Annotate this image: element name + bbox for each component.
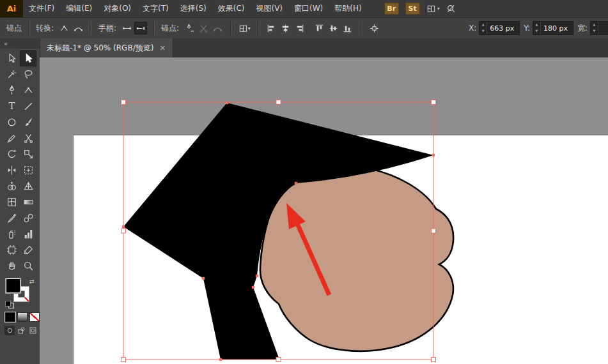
draw-inside-button[interactable] (27, 326, 38, 335)
vertical-align-middle-button[interactable] (327, 22, 339, 34)
type-tool[interactable] (3, 98, 20, 114)
x-position-field[interactable]: X: ▲▼663 px (469, 21, 520, 35)
mesh-tool[interactable] (3, 194, 20, 210)
free-transform-tool[interactable] (20, 162, 36, 178)
hand-tool[interactable] (3, 258, 20, 274)
document-tab[interactable]: 未标题-1* @ 50% (RGB/预览) × (40, 38, 173, 57)
column-graph-tool[interactable] (20, 226, 36, 242)
horizontal-align-right-button[interactable] (293, 22, 306, 34)
vertical-align-bottom-button[interactable] (341, 22, 354, 34)
selection-handle[interactable] (121, 100, 126, 105)
gradient-tool[interactable] (20, 194, 36, 210)
pen-tool[interactable] (3, 82, 20, 98)
ellipse-tool[interactable] (3, 114, 20, 130)
vertical-align-top-button[interactable] (313, 22, 325, 34)
selection-handle[interactable] (276, 358, 281, 362)
convert-label: 转换: (36, 23, 54, 34)
width-tool[interactable] (3, 162, 20, 178)
menu-item[interactable]: 对象(O) (98, 0, 137, 17)
panel-collapse-button[interactable]: « (0, 38, 40, 49)
convert-to-corner-button[interactable] (58, 22, 70, 34)
y-label: Y: (524, 24, 530, 33)
magic-wand-tool[interactable] (3, 66, 20, 82)
width-value[interactable] (598, 22, 608, 34)
gradient-color-button[interactable] (17, 312, 27, 322)
selection-handle[interactable] (432, 100, 436, 105)
chevron-down-icon: ▾ (437, 6, 440, 11)
arrange-documents-button[interactable]: ▾ (426, 4, 440, 13)
head-shape[interactable] (260, 167, 453, 351)
y-value[interactable]: 180 px (541, 22, 573, 34)
slice-tool[interactable] (20, 242, 36, 258)
selection-handle[interactable] (121, 358, 126, 362)
horizontal-align-left-button[interactable] (265, 22, 277, 34)
convert-icons (58, 22, 84, 34)
menu-item[interactable]: 编辑(E) (60, 0, 98, 17)
selection-handle[interactable] (432, 358, 436, 362)
isolate-mode-dropdown[interactable]: ▾ (238, 22, 251, 34)
perspective-grid-tool[interactable] (20, 178, 36, 194)
anchors-label: 锚点: (161, 23, 179, 34)
convert-to-smooth-button[interactable] (72, 22, 84, 34)
show-handles-button[interactable] (120, 22, 133, 34)
x-spin-buttons[interactable]: ▲▼ (479, 22, 487, 34)
scissors-tool[interactable] (20, 130, 36, 146)
tab-close-button[interactable]: × (159, 43, 166, 52)
selection-handle[interactable] (276, 100, 281, 105)
x-label: X: (469, 24, 476, 33)
scale-tool[interactable] (20, 146, 36, 162)
rotate-tool[interactable] (3, 146, 20, 162)
y-position-field[interactable]: Y: ▲▼180 px (524, 21, 573, 35)
menu-item[interactable]: 文字(T) (137, 0, 175, 17)
menubar-right: BrSt▾ (384, 3, 456, 15)
paintbrush-tool[interactable] (20, 114, 36, 130)
x-value[interactable]: 663 px (487, 22, 519, 34)
remove-anchor-button[interactable] (183, 22, 196, 34)
artboard-tool[interactable] (3, 242, 20, 258)
anchor-point-tool[interactable] (20, 82, 36, 98)
none-color-button[interactable] (29, 312, 40, 322)
zoom-tool[interactable] (20, 258, 36, 274)
control-title: 锚点 (6, 23, 22, 34)
width-field[interactable]: 宽: ▲▼ (577, 21, 608, 35)
line-segment-tool[interactable] (20, 98, 36, 114)
menu-item[interactable]: 窗口(W) (288, 0, 329, 17)
selection-handle[interactable] (432, 229, 436, 233)
horizontal-align-center-button[interactable] (279, 22, 292, 34)
width-spin-buttons[interactable]: ▲▼ (591, 22, 598, 34)
menu-item[interactable]: 文件(F) (23, 0, 60, 17)
connect-path-button[interactable] (211, 22, 224, 34)
pencil-tool[interactable] (3, 130, 20, 146)
canvas-area[interactable] (40, 57, 608, 364)
handles-icons (120, 22, 147, 34)
hide-handles-button[interactable] (134, 22, 147, 34)
shape-builder-tool[interactable] (3, 178, 20, 194)
color-mode-row (0, 308, 40, 322)
swap-fill-stroke-icon[interactable]: ⇄ (29, 278, 35, 285)
default-fill-stroke-icon[interactable] (5, 301, 14, 308)
draw-behind-button[interactable] (16, 326, 26, 335)
draw-normal-button[interactable] (4, 326, 15, 335)
width-label: 宽: (577, 23, 588, 34)
y-spin-buttons[interactable]: ▲▼ (533, 22, 541, 34)
reference-point-button[interactable] (368, 22, 380, 34)
fill-color-button[interactable] (5, 312, 15, 322)
menu-item[interactable]: 选择(S) (175, 0, 212, 17)
blend-tool[interactable] (20, 210, 36, 226)
search-disabled-icon[interactable] (446, 4, 456, 13)
eyedropper-tool[interactable] (3, 210, 20, 226)
cut-path-button[interactable] (197, 22, 210, 34)
lasso-tool[interactable] (20, 66, 36, 82)
menu-item[interactable]: 效果(C) (212, 0, 251, 17)
selection-handle[interactable] (121, 229, 126, 233)
fill-color-swatch[interactable] (5, 278, 21, 294)
direct-selection-tool[interactable] (20, 50, 36, 66)
menu-bar: Ai 文件(F)编辑(E)对象(O)文字(T)选择(S)效果(C)视图(V)窗口… (0, 0, 608, 18)
menu-item[interactable]: 视图(V) (250, 0, 288, 17)
bridge-badge[interactable]: Br (384, 3, 399, 15)
menu-item[interactable]: 帮助(H) (329, 0, 367, 17)
symbol-sprayer-tool[interactable] (3, 226, 20, 242)
app-logo: Ai (0, 0, 23, 17)
stock-badge[interactable]: St (405, 3, 420, 15)
selection-tool[interactable] (3, 50, 20, 66)
